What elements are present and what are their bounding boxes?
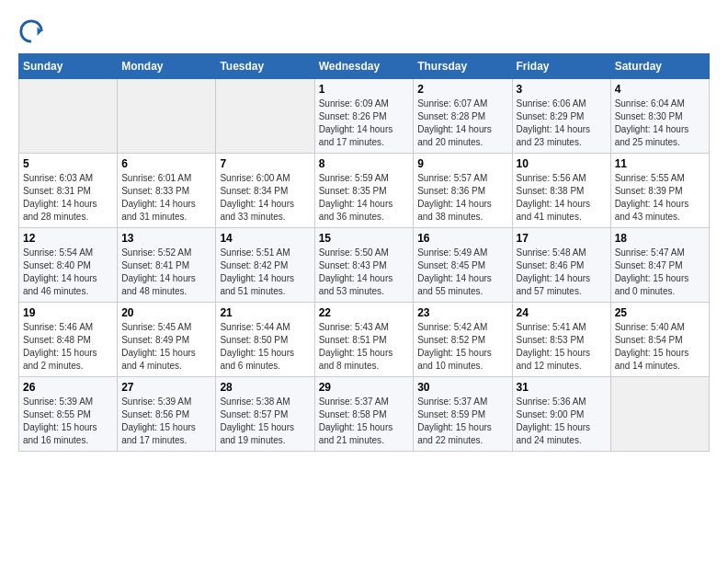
- calendar-cell: 28Sunrise: 5:38 AM Sunset: 8:57 PM Dayli…: [216, 377, 314, 452]
- calendar-cell: [610, 377, 709, 452]
- day-info: Sunrise: 5:37 AM Sunset: 8:59 PM Dayligh…: [417, 396, 507, 447]
- day-info: Sunrise: 5:44 AM Sunset: 8:50 PM Dayligh…: [220, 321, 310, 373]
- day-info: Sunrise: 5:57 AM Sunset: 8:36 PM Dayligh…: [417, 172, 507, 224]
- calendar-cell: 2Sunrise: 6:07 AM Sunset: 8:28 PM Daylig…: [414, 79, 512, 154]
- calendar-cell: 18Sunrise: 5:47 AM Sunset: 8:47 PM Dayli…: [610, 228, 709, 303]
- logo-icon: [18, 18, 44, 44]
- calendar-cell: [216, 79, 314, 154]
- day-info: Sunrise: 5:54 AM Sunset: 8:40 PM Dayligh…: [23, 247, 113, 298]
- day-number: 10: [517, 157, 607, 170]
- day-number: 16: [417, 232, 507, 245]
- calendar-cell: [118, 79, 216, 154]
- day-number: 13: [121, 232, 211, 245]
- weekday-header-saturday: Saturday: [610, 54, 709, 79]
- day-info: Sunrise: 5:51 AM Sunset: 8:42 PM Dayligh…: [220, 247, 310, 298]
- calendar-table: SundayMondayTuesdayWednesdayThursdayFrid…: [18, 53, 710, 452]
- calendar-cell: 24Sunrise: 5:41 AM Sunset: 8:53 PM Dayli…: [512, 303, 610, 377]
- weekday-header-tuesday: Tuesday: [216, 54, 314, 79]
- calendar-cell: 6Sunrise: 6:01 AM Sunset: 8:33 PM Daylig…: [118, 154, 216, 228]
- calendar-cell: 25Sunrise: 5:40 AM Sunset: 8:54 PM Dayli…: [610, 303, 709, 377]
- day-number: 1: [319, 83, 410, 96]
- calendar-cell: 27Sunrise: 5:39 AM Sunset: 8:56 PM Dayli…: [118, 377, 216, 452]
- calendar-cell: 22Sunrise: 5:43 AM Sunset: 8:51 PM Dayli…: [314, 303, 414, 377]
- calendar-cell: 21Sunrise: 5:44 AM Sunset: 8:50 PM Dayli…: [216, 303, 314, 377]
- day-number: 15: [319, 232, 410, 245]
- day-info: Sunrise: 5:50 AM Sunset: 8:43 PM Dayligh…: [319, 247, 410, 298]
- calendar-cell: 12Sunrise: 5:54 AM Sunset: 8:40 PM Dayli…: [19, 228, 118, 303]
- day-number: 4: [615, 83, 705, 96]
- day-number: 21: [220, 306, 310, 319]
- calendar-cell: 5Sunrise: 6:03 AM Sunset: 8:31 PM Daylig…: [19, 154, 118, 228]
- calendar-cell: 10Sunrise: 5:56 AM Sunset: 8:38 PM Dayli…: [512, 154, 610, 228]
- calendar-cell: 14Sunrise: 5:51 AM Sunset: 8:42 PM Dayli…: [216, 228, 314, 303]
- day-info: Sunrise: 6:03 AM Sunset: 8:31 PM Dayligh…: [23, 172, 113, 224]
- day-number: 20: [121, 306, 211, 319]
- day-number: 26: [23, 381, 113, 394]
- weekday-header-friday: Friday: [512, 54, 610, 79]
- day-number: 25: [615, 306, 705, 319]
- calendar-cell: 17Sunrise: 5:48 AM Sunset: 8:46 PM Dayli…: [512, 228, 610, 303]
- calendar-cell: 26Sunrise: 5:39 AM Sunset: 8:55 PM Dayli…: [19, 377, 118, 452]
- day-info: Sunrise: 5:46 AM Sunset: 8:48 PM Dayligh…: [23, 321, 113, 373]
- calendar-cell: 19Sunrise: 5:46 AM Sunset: 8:48 PM Dayli…: [19, 303, 118, 377]
- day-info: Sunrise: 6:01 AM Sunset: 8:33 PM Dayligh…: [121, 172, 211, 224]
- day-info: Sunrise: 5:56 AM Sunset: 8:38 PM Dayligh…: [517, 172, 607, 224]
- day-number: 29: [319, 381, 410, 394]
- day-info: Sunrise: 6:06 AM Sunset: 8:29 PM Dayligh…: [517, 98, 607, 149]
- calendar-cell: 23Sunrise: 5:42 AM Sunset: 8:52 PM Dayli…: [414, 303, 512, 377]
- day-info: Sunrise: 6:00 AM Sunset: 8:34 PM Dayligh…: [220, 172, 310, 224]
- day-info: Sunrise: 5:55 AM Sunset: 8:39 PM Dayligh…: [615, 172, 705, 224]
- calendar-week-row: 26Sunrise: 5:39 AM Sunset: 8:55 PM Dayli…: [19, 377, 710, 452]
- day-number: 8: [319, 157, 410, 170]
- day-number: 23: [417, 306, 507, 319]
- calendar-week-row: 19Sunrise: 5:46 AM Sunset: 8:48 PM Dayli…: [19, 303, 710, 377]
- day-number: 6: [121, 157, 211, 170]
- calendar-week-row: 5Sunrise: 6:03 AM Sunset: 8:31 PM Daylig…: [19, 154, 710, 228]
- day-number: 19: [23, 306, 113, 319]
- calendar-cell: 13Sunrise: 5:52 AM Sunset: 8:41 PM Dayli…: [118, 228, 216, 303]
- day-info: Sunrise: 5:40 AM Sunset: 8:54 PM Dayligh…: [615, 321, 705, 373]
- weekday-header-sunday: Sunday: [19, 54, 118, 79]
- day-info: Sunrise: 5:48 AM Sunset: 8:46 PM Dayligh…: [517, 247, 607, 298]
- calendar-cell: 31Sunrise: 5:36 AM Sunset: 9:00 PM Dayli…: [512, 377, 610, 452]
- calendar-cell: 4Sunrise: 6:04 AM Sunset: 8:30 PM Daylig…: [610, 79, 709, 154]
- day-number: 30: [417, 381, 507, 394]
- day-number: 27: [121, 381, 211, 394]
- day-number: 24: [517, 306, 607, 319]
- calendar-cell: [19, 79, 118, 154]
- calendar-week-row: 12Sunrise: 5:54 AM Sunset: 8:40 PM Dayli…: [19, 228, 710, 303]
- day-info: Sunrise: 5:42 AM Sunset: 8:52 PM Dayligh…: [417, 321, 507, 373]
- weekday-header-monday: Monday: [118, 54, 216, 79]
- day-number: 14: [220, 232, 310, 245]
- logo: [18, 18, 48, 44]
- day-number: 5: [23, 157, 113, 170]
- calendar-cell: 7Sunrise: 6:00 AM Sunset: 8:34 PM Daylig…: [216, 154, 314, 228]
- day-info: Sunrise: 5:39 AM Sunset: 8:55 PM Dayligh…: [23, 396, 113, 447]
- calendar-cell: 30Sunrise: 5:37 AM Sunset: 8:59 PM Dayli…: [414, 377, 512, 452]
- calendar-cell: 1Sunrise: 6:09 AM Sunset: 8:26 PM Daylig…: [314, 79, 414, 154]
- day-info: Sunrise: 5:52 AM Sunset: 8:41 PM Dayligh…: [121, 247, 211, 298]
- day-number: 9: [417, 157, 507, 170]
- day-info: Sunrise: 6:04 AM Sunset: 8:30 PM Dayligh…: [615, 98, 705, 149]
- day-info: Sunrise: 6:09 AM Sunset: 8:26 PM Dayligh…: [319, 98, 410, 149]
- day-number: 3: [517, 83, 607, 96]
- weekday-header-thursday: Thursday: [414, 54, 512, 79]
- day-number: 17: [517, 232, 607, 245]
- calendar-cell: 3Sunrise: 6:06 AM Sunset: 8:29 PM Daylig…: [512, 79, 610, 154]
- day-info: Sunrise: 5:41 AM Sunset: 8:53 PM Dayligh…: [517, 321, 607, 373]
- day-info: Sunrise: 5:43 AM Sunset: 8:51 PM Dayligh…: [319, 321, 410, 373]
- calendar-cell: 16Sunrise: 5:49 AM Sunset: 8:45 PM Dayli…: [414, 228, 512, 303]
- day-number: 2: [417, 83, 507, 96]
- day-info: Sunrise: 5:49 AM Sunset: 8:45 PM Dayligh…: [417, 247, 507, 298]
- day-info: Sunrise: 5:47 AM Sunset: 8:47 PM Dayligh…: [615, 247, 705, 298]
- weekday-header-wednesday: Wednesday: [314, 54, 414, 79]
- day-number: 18: [615, 232, 705, 245]
- day-number: 28: [220, 381, 310, 394]
- day-number: 12: [23, 232, 113, 245]
- day-info: Sunrise: 5:59 AM Sunset: 8:35 PM Dayligh…: [319, 172, 410, 224]
- day-number: 22: [319, 306, 410, 319]
- calendar-cell: 20Sunrise: 5:45 AM Sunset: 8:49 PM Dayli…: [118, 303, 216, 377]
- day-info: Sunrise: 5:45 AM Sunset: 8:49 PM Dayligh…: [121, 321, 211, 373]
- day-info: Sunrise: 5:38 AM Sunset: 8:57 PM Dayligh…: [220, 396, 310, 447]
- day-info: Sunrise: 6:07 AM Sunset: 8:28 PM Dayligh…: [417, 98, 507, 149]
